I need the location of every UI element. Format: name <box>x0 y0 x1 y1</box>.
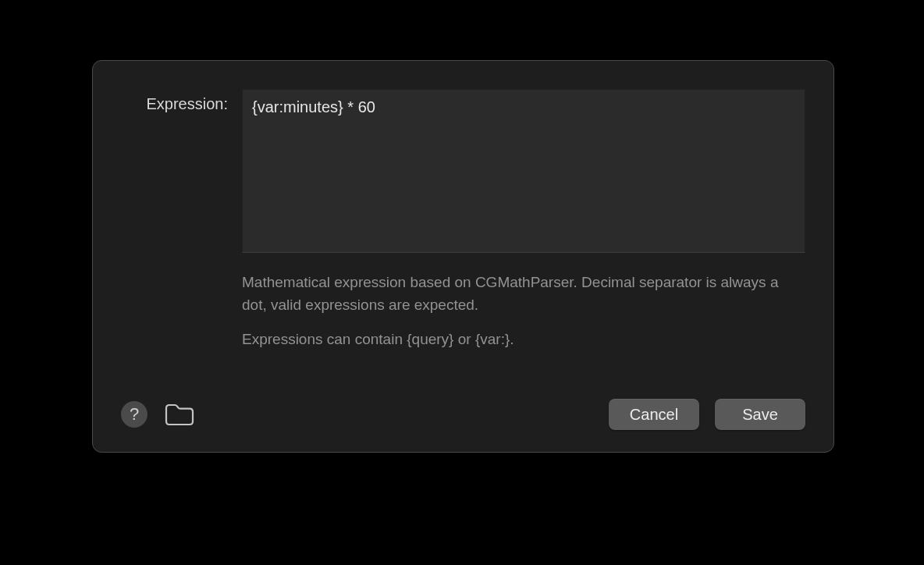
expression-dialog: Expression: Mathematical expression base… <box>92 60 834 453</box>
bottom-left-icons: ? <box>121 401 196 428</box>
help-line-1: Mathematical expression based on CGMathP… <box>242 272 805 316</box>
expression-input-column: Mathematical expression based on CGMathP… <box>242 89 805 351</box>
expression-input[interactable] <box>242 89 805 253</box>
expression-help-text: Mathematical expression based on CGMathP… <box>242 272 805 351</box>
help-button[interactable]: ? <box>121 401 147 428</box>
folder-icon <box>164 402 195 427</box>
expression-field-row: Expression: Mathematical expression base… <box>121 89 805 351</box>
help-line-2: Expressions can contain {query} or {var:… <box>242 329 805 351</box>
cancel-button[interactable]: Cancel <box>609 399 699 430</box>
expression-label: Expression: <box>121 89 242 113</box>
dialog-bottom-row: ? Cancel Save <box>121 399 805 430</box>
question-mark-icon: ? <box>130 404 139 425</box>
dialog-button-group: Cancel Save <box>609 399 805 430</box>
save-button[interactable]: Save <box>715 399 805 430</box>
folder-button[interactable] <box>163 401 196 428</box>
